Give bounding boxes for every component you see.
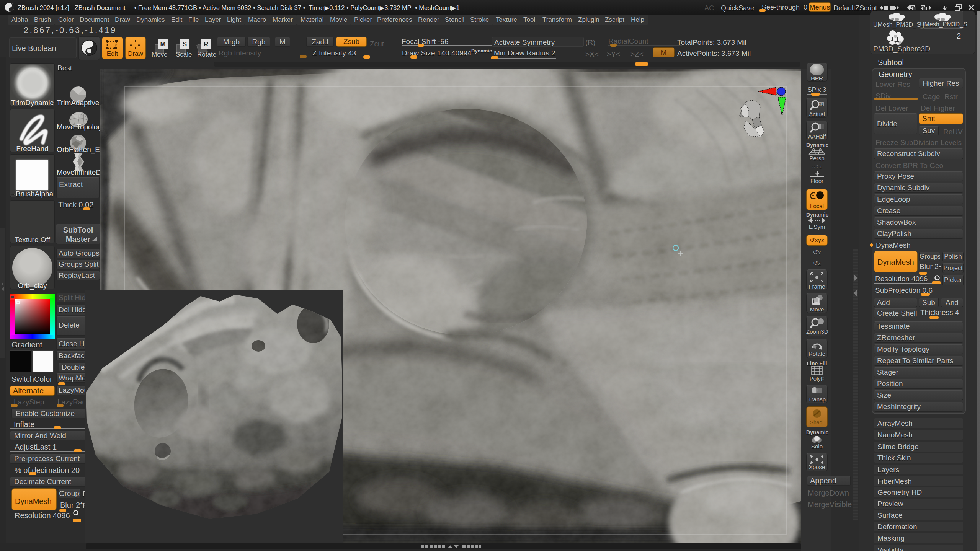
svg-text:x1: x1 <box>819 102 823 106</box>
